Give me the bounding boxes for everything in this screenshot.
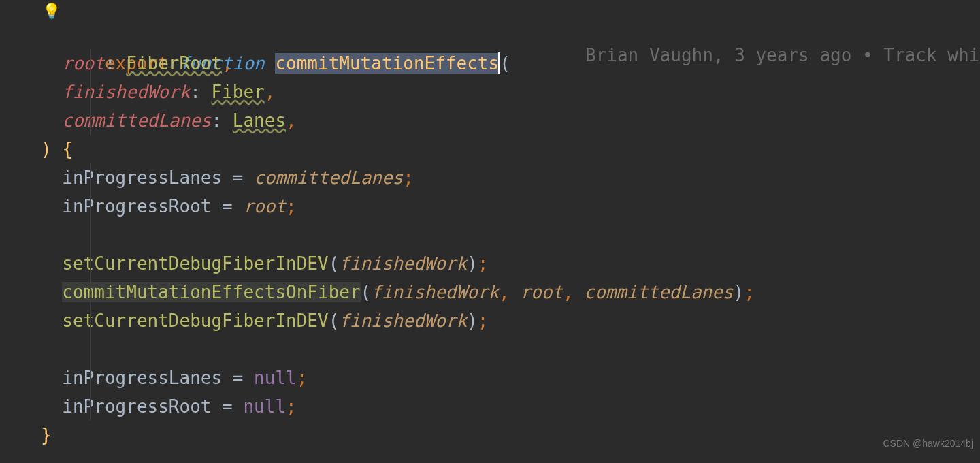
code-body[interactable]: export function commitMutationEffects( B… xyxy=(0,20,980,449)
ident-inprogressroot: inProgressRoot xyxy=(62,396,211,417)
param-committedlanes: committedLanes xyxy=(62,110,211,131)
ident-committedlanes: committedLanes xyxy=(254,167,403,188)
code-line: ) { xyxy=(41,135,980,163)
ident-inprogressroot: inProgressRoot xyxy=(62,196,211,217)
keyword-null: null xyxy=(243,396,286,417)
type-lanes[interactable]: Lanes xyxy=(233,110,286,131)
ident-inprogresslanes: inProgressLanes xyxy=(62,368,222,388)
arg-root: root xyxy=(520,282,563,302)
brace-open: { xyxy=(62,139,73,159)
watermark: CSDN @hawk2014bj xyxy=(883,429,974,458)
code-line: export function commitMutationEffects( B… xyxy=(41,20,980,49)
paren-close: ) xyxy=(41,139,52,159)
code-editor[interactable]: 💡 export function commitMutationEffects(… xyxy=(0,0,980,449)
param-root: root xyxy=(62,53,105,74)
call-commitmutationeffectsonfiber: commitMutationEffectsOnFiber xyxy=(62,282,360,302)
ident-inprogresslanes: inProgressLanes xyxy=(62,167,222,188)
code-line xyxy=(41,335,980,364)
code-line: setCurrentDebugFiberInDEV(finishedWork); xyxy=(41,249,980,278)
code-line: } xyxy=(41,421,980,449)
ident-root: root xyxy=(243,196,286,217)
arg-committedlanes: committedLanes xyxy=(584,282,733,302)
param-finishedwork: finishedWork xyxy=(62,82,190,102)
call-setdebugfiber: setCurrentDebugFiberInDEV xyxy=(62,253,328,274)
call-setdebugfiber: setCurrentDebugFiberInDEV xyxy=(62,310,328,331)
arg-finishedwork: finishedWork xyxy=(371,282,499,302)
keyword-null: null xyxy=(254,368,297,388)
code-line: inProgressRoot = null; xyxy=(41,392,980,421)
code-line: inProgressLanes = committedLanes; xyxy=(41,163,980,192)
type-fiberroot[interactable]: FiberRoot xyxy=(126,53,222,74)
type-fiber[interactable]: Fiber xyxy=(211,82,264,102)
code-line xyxy=(41,221,980,249)
code-line: commitMutationEffectsOnFiber(finishedWor… xyxy=(41,278,980,306)
code-line: setCurrentDebugFiberInDEV(finishedWork); xyxy=(41,306,980,335)
code-line: inProgressLanes = null; xyxy=(41,364,980,392)
code-line: committedLanes: Lanes, xyxy=(41,106,980,135)
arg-finishedwork: finishedWork xyxy=(339,310,467,331)
brace-close: } xyxy=(41,425,52,445)
code-line: inProgressRoot = root; xyxy=(41,192,980,221)
code-line: finishedWork: Fiber, xyxy=(41,78,980,106)
arg-finishedwork: finishedWork xyxy=(339,253,467,274)
code-line: root: FiberRoot, xyxy=(41,49,980,78)
